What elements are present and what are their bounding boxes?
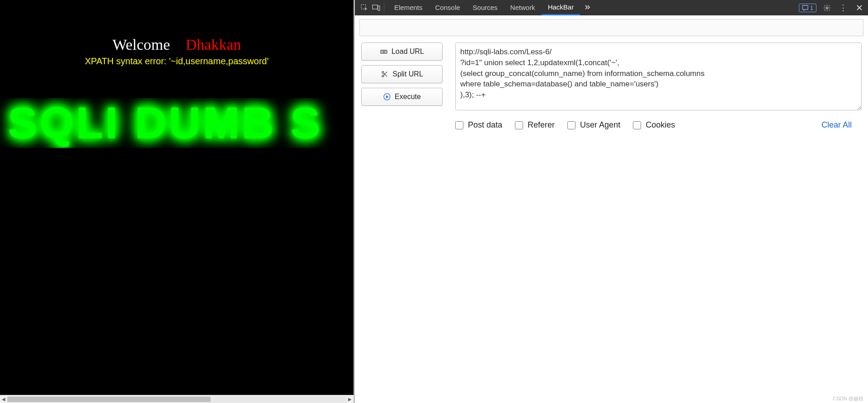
scroll-track[interactable] <box>7 396 346 403</box>
scissors-icon <box>381 70 389 78</box>
issues-count: 1 <box>810 5 813 11</box>
tabs-overflow-icon[interactable] <box>580 4 594 12</box>
hackbar-main: Load URL Split URL Execute <box>355 36 868 112</box>
cookies-checkbox-input[interactable] <box>633 121 641 129</box>
referer-checkbox[interactable]: Referer <box>515 120 555 130</box>
cookies-label: Cookies <box>646 120 675 130</box>
split-url-button[interactable]: Split URL <box>361 65 443 83</box>
svg-point-4 <box>826 7 828 9</box>
scroll-thumb[interactable] <box>7 397 211 402</box>
devtools-panel: Elements Console Sources Network HackBar… <box>354 0 868 403</box>
user-agent-checkbox[interactable]: User Agent <box>567 120 620 130</box>
hackbar-input-wrap <box>455 43 862 112</box>
post-data-checkbox[interactable]: Post data <box>455 120 502 130</box>
hackbar-toolbar-row <box>359 19 863 36</box>
issues-badge[interactable]: 1 <box>799 4 816 12</box>
svg-rect-5 <box>380 50 387 54</box>
split-url-label: Split URL <box>392 70 423 78</box>
svg-point-9 <box>382 75 384 77</box>
tab-console[interactable]: Console <box>429 0 467 15</box>
settings-gear-icon[interactable] <box>821 2 833 14</box>
url-payload-textarea[interactable] <box>455 43 862 110</box>
tab-hackbar[interactable]: HackBar <box>542 0 580 15</box>
hackbar-button-column: Load URL Split URL Execute <box>361 43 443 106</box>
svg-rect-1 <box>373 5 377 9</box>
cookies-checkbox[interactable]: Cookies <box>633 120 675 130</box>
page-username: Dhakkan <box>186 36 241 53</box>
device-toolbar-icon[interactable] <box>370 2 382 14</box>
webpage-body: Welcome Dhakkan XPATH syntax error: '~id… <box>0 0 354 395</box>
tab-network[interactable]: Network <box>504 0 542 15</box>
scroll-left-arrow-icon[interactable]: ◀ <box>0 397 7 402</box>
sqli-banner: SQLI DUMB S <box>8 99 322 147</box>
webpage-viewport: Welcome Dhakkan XPATH syntax error: '~id… <box>0 0 354 403</box>
load-url-label: Load URL <box>392 47 424 56</box>
page-horizontal-scrollbar[interactable]: ◀ ▶ <box>0 395 354 403</box>
hackbar-options-row: Post data Referer User Agent Cookies Cle… <box>355 112 868 130</box>
scroll-right-arrow-icon[interactable]: ▶ <box>346 397 354 402</box>
user-agent-checkbox-input[interactable] <box>567 121 576 129</box>
xpath-error-text: XPATH syntax error: '~id,username,passwo… <box>0 56 354 66</box>
welcome-label: Welcome <box>113 36 170 53</box>
svg-point-6 <box>381 51 382 52</box>
welcome-row: Welcome Dhakkan <box>0 36 354 53</box>
post-data-checkbox-input[interactable] <box>455 121 463 129</box>
tab-elements[interactable]: Elements <box>388 0 429 15</box>
banner-wrap: SQLI DUMB S <box>0 98 354 148</box>
svg-point-7 <box>385 51 386 52</box>
watermark-text: CSDN @越枝 <box>833 395 863 402</box>
svg-rect-2 <box>378 6 380 10</box>
execute-label: Execute <box>395 93 421 101</box>
inspect-element-icon[interactable] <box>359 2 370 14</box>
svg-marker-11 <box>386 95 389 99</box>
execute-button[interactable]: Execute <box>361 88 443 106</box>
clear-all-link[interactable]: Clear All <box>821 120 860 130</box>
user-agent-label: User Agent <box>580 120 620 130</box>
referer-checkbox-input[interactable] <box>515 121 523 129</box>
tab-sources[interactable]: Sources <box>467 0 504 15</box>
referer-label: Referer <box>528 120 555 130</box>
svg-point-8 <box>382 71 384 73</box>
load-url-button[interactable]: Load URL <box>361 43 443 61</box>
post-data-label: Post data <box>468 120 502 130</box>
close-devtools-icon[interactable] <box>854 2 865 14</box>
kebab-menu-icon[interactable]: ⋮ <box>837 2 849 14</box>
load-url-icon <box>380 47 388 56</box>
play-icon <box>383 93 391 101</box>
tab-separator <box>384 3 384 12</box>
svg-rect-3 <box>802 5 808 9</box>
devtools-tabstrip: Elements Console Sources Network HackBar… <box>355 0 868 15</box>
